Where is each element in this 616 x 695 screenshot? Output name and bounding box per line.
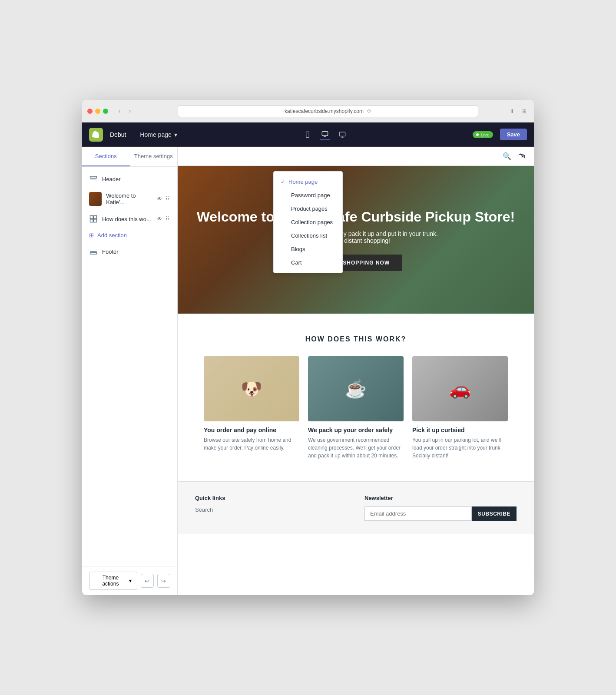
back-button[interactable]: ‹ <box>115 107 124 116</box>
how-card-3-text: You pull up in our parking lot, and we'l… <box>412 436 508 460</box>
traffic-lights <box>87 109 108 114</box>
how-card-2: ☕ We pack up your order safely We use go… <box>308 356 404 460</box>
add-section-button[interactable]: ⊞ Add section <box>82 228 177 243</box>
desktop-view-button[interactable] <box>337 129 348 140</box>
svg-rect-0 <box>306 132 309 137</box>
dropdown-item-product[interactable]: Product pages <box>274 202 342 215</box>
subscribe-button[interactable]: SUBSCRIBE <box>472 506 517 521</box>
footer-link-search[interactable]: Search <box>195 506 347 513</box>
dropdown-label-product: Product pages <box>291 205 328 212</box>
sidebar-tabs: Sections Theme settings <box>82 147 177 167</box>
store-name: Debut <box>110 131 126 138</box>
footer-quick-links: Quick links Search <box>195 495 347 521</box>
svg-rect-8 <box>90 216 93 219</box>
how-section-title: HOW DOES THIS WORK? <box>195 335 517 343</box>
how-card-3-title: Pick it up curtsied <box>412 427 508 434</box>
dropdown-item-blogs[interactable]: Blogs <box>274 242 342 256</box>
footer-label: Footer <box>102 248 119 255</box>
dropdown-label-collection: Collection pages <box>291 219 333 225</box>
how-visibility-button[interactable]: 👁 <box>156 215 163 223</box>
tab-sections[interactable]: Sections <box>82 147 130 166</box>
welcome-actions: 👁 ⠿ <box>156 195 170 203</box>
search-icon[interactable]: 🔍 <box>503 152 511 160</box>
minimize-button[interactable] <box>95 109 100 114</box>
header-label: Header <box>102 176 121 182</box>
forward-button[interactable]: › <box>126 107 134 116</box>
hero-overlay: Welcome to Katie's Cafe Curbside Pickup … <box>178 166 534 314</box>
how-card-1-image: 🐶 <box>204 356 299 421</box>
sidebar-items: Header Welcome to Katie'... 👁 ⠿ <box>82 167 177 566</box>
dropdown-item-collections-list[interactable]: Collections list <box>274 229 342 242</box>
main-window: ‹ › katiescafecurbside.myshopify.com ⟳ ⬆… <box>82 100 534 595</box>
chevron-down-icon: ▾ <box>129 578 132 584</box>
sidebar-item-welcome[interactable]: Welcome to Katie'... 👁 ⠿ <box>82 188 177 210</box>
dropdown-label-cart: Cart <box>291 259 302 266</box>
dropdown-label-password: Password page <box>291 192 330 199</box>
newsletter-form: SUBSCRIBE <box>364 506 517 521</box>
redo-button[interactable]: ↪ <box>157 574 170 588</box>
sidebar-item-how[interactable]: How does this wo... 👁 ⠿ <box>82 210 177 228</box>
theme-actions-button[interactable]: Theme actions ▾ <box>89 572 137 590</box>
dropdown-label-blogs: Blogs <box>291 246 305 252</box>
how-card-2-image: ☕ <box>308 356 404 421</box>
dropdown-item-password[interactable]: Password page <box>274 189 342 202</box>
store-header: 🔍 🛍 <box>178 147 534 166</box>
topbar: Debut Home page ▾ Live Save <box>82 122 534 147</box>
how-section: HOW DOES THIS WORK? 🐶 You order and pay … <box>178 314 534 481</box>
welcome-drag-button[interactable]: ⠿ <box>165 195 170 203</box>
chevron-down-icon: ▾ <box>174 131 177 138</box>
live-label: Live <box>480 132 489 137</box>
svg-rect-6 <box>90 176 97 178</box>
dropdown-item-cart[interactable]: Cart <box>274 256 342 269</box>
svg-rect-11 <box>94 219 97 222</box>
footer-section: Quick links Search Newsletter SUBSCRIBE <box>178 481 534 534</box>
svg-rect-13 <box>90 252 97 254</box>
how-card-1-title: You order and pay online <box>204 427 299 434</box>
page-selector[interactable]: Home page ▾ <box>140 131 177 138</box>
sidebar-item-footer[interactable]: Footer <box>82 243 177 260</box>
sidebar-item-header[interactable]: Header <box>82 170 177 188</box>
shopify-logo <box>89 128 103 142</box>
page-dropdown: ✓ Home page Password page Product pages … <box>273 171 343 273</box>
svg-rect-9 <box>94 216 97 219</box>
welcome-thumbnail <box>89 192 102 206</box>
welcome-visibility-button[interactable]: 👁 <box>156 195 163 203</box>
tab-theme-settings[interactable]: Theme settings <box>130 147 178 166</box>
footer-newsletter: Newsletter SUBSCRIBE <box>364 495 517 521</box>
mobile-view-button[interactable] <box>302 129 313 140</box>
hero-section: Welcome to Katie's Cafe Curbside Pickup … <box>178 166 534 314</box>
url-bar[interactable]: katiescafecurbside.myshopify.com ⟳ <box>178 105 478 117</box>
how-drag-button[interactable]: ⠿ <box>165 215 170 223</box>
close-button[interactable] <box>87 109 93 114</box>
store-header-icons: 🔍 🛍 <box>503 152 525 160</box>
dropdown-item-collection[interactable]: Collection pages <box>274 215 342 229</box>
newsletter-title: Newsletter <box>364 495 517 501</box>
how-card-3-image: 🚗 <box>412 356 508 421</box>
sidebar-footer: Theme actions ▾ ↩ ↪ <box>82 566 177 595</box>
how-card-2-title: We pack up your order safely <box>308 427 404 434</box>
new-tab-button[interactable]: ⊞ <box>520 107 529 116</box>
how-card-1-text: Browse our site safely from home and mak… <box>204 436 299 452</box>
tablet-view-button[interactable] <box>320 129 330 140</box>
maximize-button[interactable] <box>103 109 108 114</box>
how-actions: 👁 ⠿ <box>156 215 170 223</box>
add-section-icon: ⊞ <box>89 232 94 238</box>
url-text: katiescafecurbside.myshopify.com <box>285 108 364 114</box>
main-area: Sections Theme settings Header <box>82 147 534 595</box>
dropdown-label-home: Home page <box>288 179 318 185</box>
cart-icon[interactable]: 🛍 <box>518 152 525 160</box>
save-button[interactable]: Save <box>500 129 527 140</box>
live-dot <box>476 133 479 136</box>
svg-rect-5 <box>339 132 345 136</box>
dropdown-label-collections-list: Collections list <box>291 232 327 239</box>
how-card-2-text: We use government recommended cleaning p… <box>308 436 404 460</box>
email-input[interactable] <box>364 506 472 521</box>
share-button[interactable]: ⬆ <box>508 107 517 116</box>
how-cards: 🐶 You order and pay online Browse our si… <box>195 356 517 460</box>
page-selector-label: Home page <box>140 131 171 138</box>
add-section-label: Add section <box>97 232 127 238</box>
welcome-label: Welcome to Katie'... <box>106 192 152 205</box>
dropdown-item-home[interactable]: ✓ Home page <box>274 175 342 189</box>
footer-icon <box>89 247 98 256</box>
undo-button[interactable]: ↩ <box>141 574 154 588</box>
